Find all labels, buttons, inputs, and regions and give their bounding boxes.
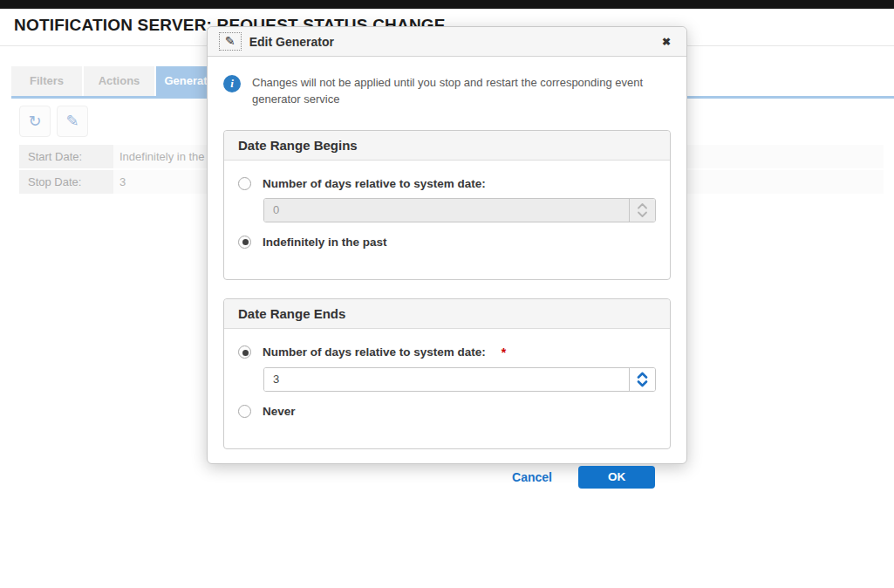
begins-days-input[interactable]: [264, 199, 629, 222]
panel-body: Number of days relative to system date: …: [224, 161, 670, 279]
radio-button[interactable]: [238, 177, 251, 190]
number-stepper[interactable]: [629, 199, 655, 222]
option-label: Number of days relative to system date:: [263, 177, 486, 190]
date-range-ends-panel: Date Range Ends Number of days relative …: [223, 298, 671, 449]
cancel-button[interactable]: Cancel: [512, 470, 552, 484]
tab-bar: Filters Actions Generator: [11, 66, 227, 96]
ends-days-input-group: [263, 367, 656, 392]
info-text: Changes will not be applied until you st…: [252, 75, 669, 108]
radio-button[interactable]: [238, 345, 251, 359]
tab-filters[interactable]: Filters: [11, 66, 82, 96]
ends-days-option[interactable]: Number of days relative to system date: …: [238, 345, 656, 359]
pencil-icon: ✎: [65, 112, 78, 131]
ok-button[interactable]: OK: [578, 466, 655, 489]
edit-button[interactable]: ✎: [57, 106, 88, 137]
radio-button[interactable]: [238, 405, 251, 418]
chevron-down-icon: [637, 211, 648, 218]
ends-never-option[interactable]: Never: [238, 405, 656, 418]
panel-body: Number of days relative to system date: …: [224, 329, 670, 448]
info-icon: i: [223, 75, 241, 92]
generator-toolbar: ↻ ✎: [19, 106, 88, 137]
ends-days-input[interactable]: [264, 368, 629, 391]
info-message: i Changes will not be applied until you …: [223, 75, 671, 108]
edit-generator-dialog: ✎ Edit Generator ✖ i Changes will not be…: [207, 26, 687, 464]
refresh-icon: ↻: [28, 112, 41, 131]
dialog-body: i Changes will not be applied until you …: [208, 75, 686, 489]
begins-indefinitely-option[interactable]: Indefinitely in the past: [238, 236, 656, 249]
stop-date-value: 3: [119, 170, 126, 194]
begins-days-option[interactable]: Number of days relative to system date:: [238, 177, 656, 190]
tab-actions[interactable]: Actions: [84, 66, 154, 96]
close-icon[interactable]: ✖: [658, 33, 675, 51]
pencil-icon: ✎: [219, 32, 242, 51]
date-range-begins-panel: Date Range Begins Number of days relativ…: [223, 130, 671, 280]
dialog-title: Edit Generator: [249, 35, 334, 49]
radio-button[interactable]: [238, 236, 251, 249]
top-black-bar: [0, 0, 894, 9]
number-stepper[interactable]: [629, 368, 655, 391]
chevron-up-icon: [637, 372, 648, 379]
chevron-down-icon: [637, 380, 648, 387]
option-label: Indefinitely in the past: [263, 236, 387, 249]
dialog-header: ✎ Edit Generator ✖: [208, 27, 686, 57]
option-label: Never: [263, 405, 296, 418]
chevron-up-icon: [637, 202, 648, 209]
begins-days-input-group: [263, 198, 656, 222]
refresh-button[interactable]: ↻: [19, 106, 51, 137]
stop-date-label: Stop Date:: [19, 170, 113, 194]
panel-title: Date Range Ends: [224, 299, 670, 329]
start-date-label: Start Date:: [19, 145, 113, 168]
dialog-footer: Cancel OK: [223, 466, 671, 489]
required-marker: *: [502, 345, 506, 359]
option-label: Number of days relative to system date:: [263, 345, 486, 359]
panel-title: Date Range Begins: [224, 131, 670, 161]
